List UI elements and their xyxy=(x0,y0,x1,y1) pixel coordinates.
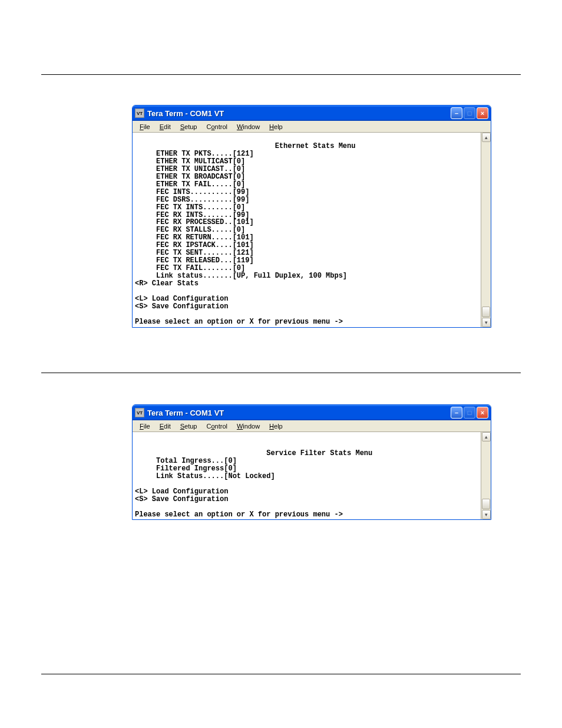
titlebar[interactable]: VT Tera Term - COM1 VT – □ × xyxy=(133,106,491,121)
menubar: File Edit Setup Control Window Help xyxy=(133,420,491,432)
menu-file[interactable]: File xyxy=(135,122,155,131)
scroll-down-icon[interactable]: ▾ xyxy=(482,318,491,327)
titlebar[interactable]: VT Tera Term - COM1 VT – □ × xyxy=(133,405,491,420)
window-title: Tera Term - COM1 VT xyxy=(147,409,451,417)
terminal-output[interactable]: Ethernet Stats Menu ETHER TX PKTS.....[1… xyxy=(133,133,481,327)
menu-setup[interactable]: Setup xyxy=(176,122,202,131)
app-icon: VT xyxy=(135,408,144,417)
scroll-thumb[interactable] xyxy=(482,499,490,509)
scroll-track[interactable] xyxy=(481,142,491,318)
scroll-down-icon[interactable]: ▾ xyxy=(482,510,491,519)
tera-term-window-1: VT Tera Term - COM1 VT – □ × File Edit S… xyxy=(132,105,491,328)
window-title: Tera Term - COM1 VT xyxy=(147,109,451,118)
maximize-button[interactable]: □ xyxy=(464,107,475,119)
scroll-thumb[interactable] xyxy=(482,307,490,317)
maximize-button[interactable]: □ xyxy=(464,407,475,419)
menu-edit[interactable]: Edit xyxy=(155,122,176,131)
close-button[interactable]: × xyxy=(477,107,488,119)
minimize-button[interactable]: – xyxy=(451,107,462,119)
terminal-output[interactable]: Service Filter Stats Menu Total Ingress.… xyxy=(133,432,481,519)
vertical-scrollbar[interactable]: ▴ ▾ xyxy=(481,133,491,327)
scroll-track[interactable] xyxy=(481,442,491,510)
menu-file[interactable]: File xyxy=(135,421,155,431)
app-icon: VT xyxy=(135,108,144,118)
menu-window[interactable]: Window xyxy=(232,122,265,131)
vertical-scrollbar[interactable]: ▴ ▾ xyxy=(481,432,491,519)
menubar: File Edit Setup Control Window Help xyxy=(133,121,491,133)
menu-window[interactable]: Window xyxy=(232,421,265,431)
menu-control[interactable]: Control xyxy=(201,122,232,131)
menu-edit[interactable]: Edit xyxy=(155,421,176,431)
menu-control[interactable]: Control xyxy=(201,421,232,431)
menu-help[interactable]: Help xyxy=(265,122,287,131)
menu-help[interactable]: Help xyxy=(265,421,287,431)
menu-setup[interactable]: Setup xyxy=(176,421,202,431)
scroll-up-icon[interactable]: ▴ xyxy=(482,133,491,142)
scroll-up-icon[interactable]: ▴ xyxy=(482,432,491,442)
close-button[interactable]: × xyxy=(477,407,488,419)
minimize-button[interactable]: – xyxy=(451,407,462,419)
tera-term-window-2: VT Tera Term - COM1 VT – □ × File Edit S… xyxy=(132,404,491,520)
